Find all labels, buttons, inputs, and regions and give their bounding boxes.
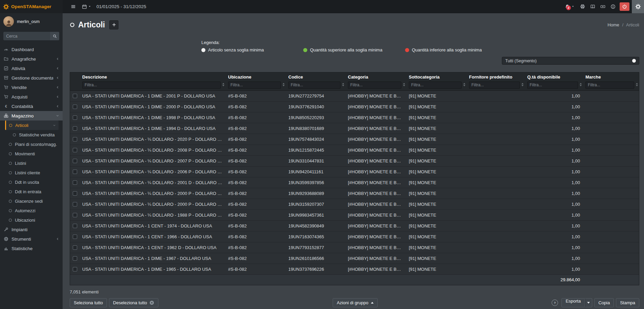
cash-button[interactable] <box>598 4 608 9</box>
column-header-ubicazione[interactable]: Ubicazione <box>225 72 286 80</box>
search-button[interactable] <box>50 32 59 40</box>
sort-icon[interactable] <box>403 83 405 86</box>
app-logo[interactable]: OpenSTAManager <box>0 0 63 13</box>
user-panel[interactable]: merlin_osm <box>0 13 63 29</box>
sort-icon[interactable] <box>580 83 582 86</box>
filter-input-qta[interactable] <box>527 82 578 89</box>
row-checkbox[interactable] <box>73 202 77 206</box>
sidebar-item-listini-cliente[interactable]: Listini cliente <box>0 168 63 177</box>
filter-input-sottocategoria[interactable] <box>409 82 462 89</box>
table-row[interactable]: USA - STATI UNITI DAMERICA - 1 DIME - 19… <box>70 123 639 134</box>
sort-icon[interactable] <box>342 83 344 86</box>
row-checkbox[interactable] <box>73 148 77 152</box>
sidebar-item-acquisti[interactable]: Acquisti <box>0 92 63 102</box>
sort-icon[interactable] <box>521 83 524 86</box>
print-button[interactable] <box>577 4 587 9</box>
column-header-descrizione[interactable]: Descrizione <box>80 72 225 80</box>
row-checkbox[interactable] <box>73 105 77 109</box>
row-checkbox[interactable] <box>73 115 77 120</box>
table-row[interactable]: USA - STATI UNITI DAMERICA - ¼ DOLLARO -… <box>70 134 639 145</box>
segment-select[interactable]: Tutti (Segmento) <box>502 57 639 65</box>
sort-icon[interactable] <box>636 83 638 86</box>
journal-button[interactable] <box>587 4 598 9</box>
column-header-categoria[interactable]: Categoria <box>345 72 406 80</box>
table-row[interactable]: USA - STATI UNITI DAMERICA - ¼ DOLLARO -… <box>70 199 639 209</box>
sidebar-item-contabilita[interactable]: Contabilità <box>0 102 63 111</box>
row-checkbox[interactable] <box>73 159 77 163</box>
row-checkbox[interactable] <box>73 267 77 271</box>
sidebar-item-listini[interactable]: Listini <box>0 158 63 168</box>
row-checkbox[interactable] <box>73 126 77 131</box>
breadcrumb-home-link[interactable]: Home <box>607 22 619 27</box>
print-table-button[interactable]: Stampa <box>616 298 639 307</box>
logout-button[interactable] <box>620 2 629 11</box>
table-row[interactable]: USA - STATI UNITI DAMERICA - 1 CENT - 19… <box>70 220 639 231</box>
sort-icon[interactable] <box>283 83 285 86</box>
sidebar-item-vendite[interactable]: Vendite <box>0 83 63 92</box>
filter-input-categoria[interactable] <box>348 82 401 89</box>
table-row[interactable]: USA - STATI UNITI DAMERICA - 1 CENT - 19… <box>70 242 639 253</box>
filter-input-ubicazione[interactable] <box>228 82 281 89</box>
notifications-button[interactable]: 2 <box>562 4 577 9</box>
sidebar-item-ubicazioni[interactable]: Ubicazioni <box>0 215 63 225</box>
date-range[interactable]: 01/01/2025 - 31/12/2025 <box>96 4 146 9</box>
sidebar-item-magazzino[interactable]: Magazzino <box>0 111 63 120</box>
table-row[interactable]: USA - STATI UNITI DAMERICA - 1 DIME - 20… <box>70 90 639 101</box>
export-caret-button[interactable] <box>585 298 592 307</box>
column-header-codice[interactable]: Codice <box>286 72 345 80</box>
table-row[interactable]: USA - STATI UNITI DAMERICA - 1 DIME - 19… <box>70 264 639 274</box>
row-checkbox[interactable] <box>73 245 77 250</box>
row-checkbox[interactable] <box>73 137 77 141</box>
filter-input-marche[interactable] <box>585 82 634 89</box>
table-row[interactable]: USA - STATI UNITI DAMERICA - ¼ DOLLARO -… <box>70 177 639 188</box>
sidebar-item-strumenti[interactable]: Strumenti <box>0 234 63 244</box>
column-header-qta[interactable]: Q.tà disponibile <box>525 72 583 80</box>
sidebar-item-gestione-documentale[interactable]: Gestione documentale <box>0 73 63 83</box>
column-header-sottocategoria[interactable]: Sottocategoria <box>406 72 466 80</box>
column-header-marche[interactable]: Marche <box>583 72 639 80</box>
sidebar-item-automezzi[interactable]: Automezzi <box>0 206 63 215</box>
row-checkbox[interactable] <box>73 235 77 239</box>
sidebar-item-impianti[interactable]: Impianti <box>0 225 63 234</box>
info-button[interactable] <box>608 4 618 9</box>
row-checkbox[interactable] <box>73 94 77 98</box>
select-all-button[interactable]: Seleziona tutto <box>70 298 107 307</box>
table-row[interactable]: USA - STATI UNITI DAMERICA - ¼ DOLLARO -… <box>70 188 639 199</box>
group-actions-button[interactable]: Azioni di gruppo <box>333 298 377 307</box>
sidebar-item-ddt-in-entrata[interactable]: Ddt in entrata <box>0 187 63 196</box>
filter-input-codice[interactable] <box>288 82 340 89</box>
search-input[interactable] <box>3 32 50 40</box>
row-checkbox[interactable] <box>73 213 77 217</box>
add-record-button[interactable] <box>109 20 118 29</box>
table-row[interactable]: USA - STATI UNITI DAMERICA - 1 DIME - 19… <box>70 253 639 264</box>
sidebar-item-anagrafiche[interactable]: Anagrafiche <box>0 54 63 64</box>
settings-button[interactable] <box>632 0 644 13</box>
help-button[interactable] <box>552 300 558 306</box>
sidebar-item-attivita[interactable]: Attività <box>0 64 63 73</box>
table-row[interactable]: USA - STATI UNITI DAMERICA - 1 DIME - 20… <box>70 101 639 112</box>
copy-button[interactable]: Copia <box>594 298 614 307</box>
column-header-fornitore[interactable]: Fornitore predefinito <box>466 72 525 80</box>
table-row[interactable]: USA - STATI UNITI DAMERICA - ¼ DOLLARO -… <box>70 155 639 166</box>
table-row[interactable]: USA - STATI UNITI DAMERICA - ¼ DOLLARO -… <box>70 145 639 155</box>
menu-toggle-button[interactable] <box>71 4 76 9</box>
row-checkbox[interactable] <box>73 224 77 228</box>
table-row[interactable]: USA - STATI UNITI DAMERICA - ¼ DOLLARO -… <box>70 209 639 220</box>
sidebar-item-giacenze-sedi[interactable]: Giacenze sedi <box>0 196 63 206</box>
table-row[interactable]: USA - STATI UNITI DAMERICA - 1 DIME - 19… <box>70 112 639 123</box>
export-button[interactable]: Esporta <box>561 298 585 307</box>
filter-input-descrizione[interactable] <box>82 82 221 89</box>
filter-input-fornitore[interactable] <box>469 82 520 89</box>
sidebar-item-movimenti[interactable]: Movimenti <box>0 149 63 158</box>
sidebar-item-statistiche[interactable]: Statistiche <box>0 244 63 253</box>
table-row[interactable]: USA - STATI UNITI DAMERICA - 1 CENT - 19… <box>70 231 639 242</box>
row-checkbox[interactable] <box>73 170 77 174</box>
row-checkbox[interactable] <box>73 180 77 185</box>
sidebar-item-articoli[interactable]: Articoli <box>5 120 59 130</box>
sidebar-item-piani-di-sconto[interactable]: Piani di sconto/magg. <box>0 139 63 149</box>
deselect-all-button[interactable]: Deseleziona tutto <box>109 298 158 307</box>
sort-icon[interactable] <box>463 83 465 86</box>
sidebar-item-statistiche-vendita[interactable]: Statistiche vendita <box>0 130 63 139</box>
sidebar-item-dashboard[interactable]: Dashboard <box>0 45 63 54</box>
sort-icon[interactable] <box>222 83 224 86</box>
